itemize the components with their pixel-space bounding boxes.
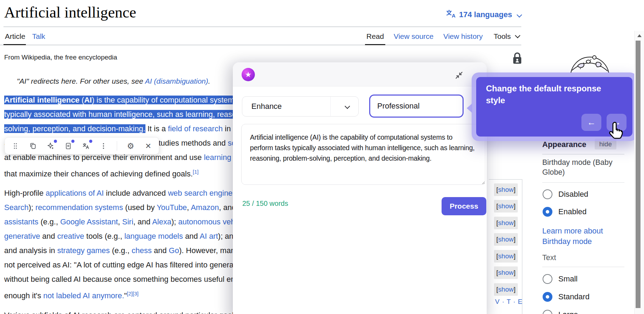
article-link[interactable]: AI (disambiguation)	[145, 77, 208, 85]
sparkle-icon[interactable]	[46, 142, 55, 150]
article-link[interactable]: Google Assistant	[60, 217, 118, 226]
copy-icon[interactable]	[29, 142, 37, 150]
learn-more-link[interactable]: Learn more about Birthday mode	[542, 226, 614, 247]
article-link[interactable]: strategy games	[57, 246, 110, 255]
radio-option-disabled[interactable]: Disabled	[543, 189, 588, 199]
article-link[interactable]: creative	[57, 232, 84, 240]
modal-header: ★	[233, 62, 487, 86]
tab-view-history[interactable]: View history	[443, 32, 483, 41]
translate-icon[interactable]	[82, 142, 90, 150]
text-segment: Artificial intelligence	[4, 96, 79, 104]
document-icon[interactable]	[64, 142, 72, 150]
article-link[interactable]: show	[498, 269, 514, 277]
enhance-mode-select[interactable]: Enhance	[242, 96, 359, 117]
article-link[interactable]: web search engines	[168, 189, 236, 197]
article-link[interactable]: show	[498, 252, 514, 260]
tools-menu[interactable]: Tools	[494, 32, 520, 41]
text-segment: "	[124, 291, 127, 300]
article-link[interactable]: chess	[131, 246, 151, 255]
radio-label: Large	[558, 310, 578, 314]
radio-option-standard[interactable]: Standard	[543, 292, 589, 302]
scrollbar[interactable]	[634, 31, 644, 314]
drag-handle-icon[interactable]	[11, 142, 20, 150]
text-segment: ]	[514, 269, 515, 277]
article-text-line: Search); recommendation systems (used by…	[4, 201, 236, 215]
article-link[interactable]: language models	[124, 232, 183, 240]
article-link[interactable]: applications of AI	[46, 189, 104, 197]
tab-article[interactable]: Article	[5, 32, 25, 41]
setting-group-label: Birthday mode (Baby Globe)	[542, 158, 617, 177]
radio-option-small[interactable]: Small	[543, 274, 578, 284]
article-link[interactable]: show	[498, 286, 514, 293]
chevron-down-icon	[515, 33, 521, 39]
reference-link[interactable]: [1]	[193, 169, 199, 175]
radio-icon[interactable]	[543, 207, 552, 217]
show-toggle[interactable]: [show]	[494, 250, 518, 263]
languages-button[interactable]: A 174 languages	[446, 9, 521, 20]
article-link[interactable]: generative	[4, 232, 40, 240]
settings-gear-icon[interactable]: ⚙	[127, 142, 135, 150]
tools-label: Tools	[494, 32, 511, 40]
divider	[542, 154, 624, 154]
radio-option-enabled[interactable]: Enabled	[543, 207, 587, 217]
style-input[interactable]	[369, 95, 464, 118]
article-link[interactable]: field of research	[168, 124, 223, 133]
divider	[117, 141, 117, 151]
article-link[interactable]: recommendation systems	[35, 203, 123, 212]
article-link[interactable]: Siri	[122, 217, 134, 226]
article-link[interactable]: show	[498, 219, 514, 227]
text-segment: ]	[514, 186, 515, 194]
show-toggle[interactable]: [show]	[494, 283, 518, 296]
article-link[interactable]: Amazon	[191, 203, 219, 212]
article-link[interactable]: YouTube	[157, 203, 187, 212]
kebab-menu-icon[interactable]	[99, 142, 108, 150]
text-segment: and	[183, 232, 200, 240]
article-link[interactable]: not labeled AI anymore.	[43, 291, 124, 300]
article-link[interactable]: Go	[169, 246, 179, 255]
process-button[interactable]: Process	[442, 197, 486, 215]
text-segment: ]	[514, 252, 515, 260]
show-toggle[interactable]: [show]	[494, 266, 518, 279]
radio-icon[interactable]	[543, 310, 552, 314]
article-link[interactable]: Alexa	[152, 217, 171, 226]
radio-option-large[interactable]: Large	[543, 310, 578, 314]
modal-textarea[interactable]: Artificial intelligence (AI) is the capa…	[241, 124, 485, 185]
text-segment: .	[208, 77, 210, 85]
minimize-icon[interactable]	[455, 71, 464, 80]
show-toggle[interactable]: [show]	[494, 183, 518, 196]
scrollbar-up-arrow[interactable]	[637, 34, 642, 37]
notification-dot	[54, 140, 57, 143]
article-link[interactable]: show	[498, 236, 514, 243]
article-link[interactable]: show	[498, 186, 514, 194]
radio-label: Disabled	[558, 190, 588, 199]
text-segment: ,	[118, 217, 122, 226]
selection-toolbar: ⚙×	[5, 137, 159, 154]
tab-talk[interactable]: Talk	[32, 32, 45, 41]
vte-links[interactable]: V · T · E	[495, 298, 523, 306]
show-toggle[interactable]: [show]	[494, 200, 518, 212]
article-text-line: Various subfields of AI research are cen…	[4, 308, 252, 314]
scrollbar-thumb[interactable]	[636, 41, 641, 308]
reference-link[interactable]: [2][3]	[127, 291, 138, 296]
article-link[interactable]: AI art	[200, 232, 218, 240]
close-icon[interactable]: ×	[144, 142, 152, 150]
tab-view-source[interactable]: View source	[394, 32, 434, 41]
radio-icon[interactable]	[543, 274, 552, 284]
radio-icon[interactable]	[543, 189, 552, 199]
article-link[interactable]: learning	[204, 153, 231, 162]
article-tab-underline	[3, 44, 26, 45]
chevron-down-icon	[516, 12, 522, 18]
tooltip-pointer	[467, 103, 472, 113]
tab-read[interactable]: Read	[366, 32, 384, 41]
show-toggle[interactable]: [show]	[494, 233, 518, 246]
show-toggle[interactable]: [show]	[494, 217, 518, 229]
article-link[interactable]: Search	[4, 203, 29, 212]
radio-label: Standard	[558, 292, 589, 301]
tooltip-back-button[interactable]: ←	[581, 114, 601, 131]
article-link[interactable]: show	[498, 202, 514, 210]
radio-icon[interactable]	[543, 292, 552, 302]
article-link[interactable]: assistants	[4, 217, 38, 226]
left-arrow-icon: ←	[587, 117, 596, 127]
star-glyph: ★	[245, 70, 252, 79]
article-text-line: that maximize their chances of achieving…	[4, 165, 199, 181]
